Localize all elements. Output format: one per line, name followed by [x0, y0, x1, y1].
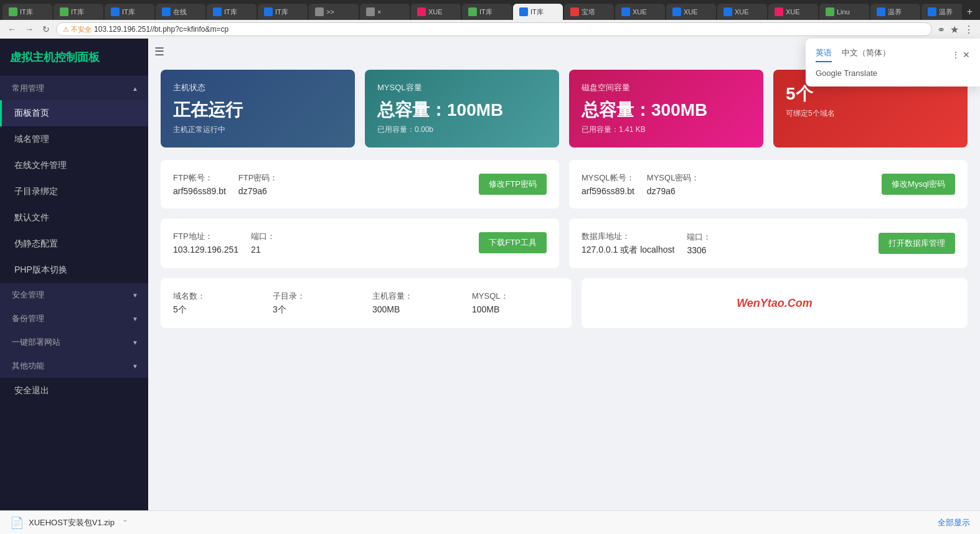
add-tab-button[interactable]: +: [962, 4, 978, 20]
refresh-button[interactable]: ↻: [40, 23, 52, 35]
menu-toggle-button[interactable]: ☰: [154, 45, 164, 59]
tab-label: XUE: [428, 8, 443, 16]
browser-tab[interactable]: IT库: [462, 4, 512, 20]
browser-tab[interactable]: 温养: [921, 4, 962, 20]
tab-favicon: [877, 7, 885, 16]
sidebar-item-域名管理[interactable]: 域名管理: [0, 126, 148, 152]
browser-tab[interactable]: XUE: [411, 4, 461, 20]
db-address-value: 127.0.0.1 或者 localhost: [582, 245, 674, 256]
sidebar-item-子目录绑定[interactable]: 子目录绑定: [0, 179, 148, 205]
sidebar-item-安全退出[interactable]: 安全退出: [0, 378, 148, 404]
tab-label: IT库: [71, 7, 84, 17]
db-address-panel: 数据库地址： 127.0.0.1 或者 localhost 端口： 3306 打…: [569, 218, 968, 268]
download-chevron-icon[interactable]: ⌃: [122, 518, 128, 527]
translate-title: Google Translate: [816, 68, 970, 78]
ftp-address-value: 103.129.196.251: [173, 245, 238, 255]
sidebar-section-label: 备份管理: [12, 313, 44, 324]
mysql-capacity-title: MYSQL容量: [377, 82, 547, 93]
browser-tab[interactable]: XUE: [768, 4, 818, 20]
mysql-password-label: MYSQL密码：: [647, 172, 700, 184]
tab-favicon: [468, 7, 477, 16]
browser-tab[interactable]: IT库: [513, 4, 563, 20]
sidebar-item-在线文件管理[interactable]: 在线文件管理: [0, 152, 148, 179]
show-all-button[interactable]: 全部显示: [938, 517, 970, 528]
browser-tab[interactable]: ×: [360, 4, 410, 20]
translate-tabs[interactable]: 英语 中文（简体）: [816, 47, 890, 62]
translate-tab-english[interactable]: 英语: [816, 47, 832, 62]
tab-label: >>: [326, 8, 334, 16]
browser-tab[interactable]: XUE: [615, 4, 665, 20]
ftp-mysql-row: FTP帐号： arf596ss89.bt FTP密码： dz79a6 修改FTP…: [161, 160, 968, 208]
sidebar-section-备份管理[interactable]: 备份管理▼: [0, 307, 148, 330]
db-port-label: 端口：: [687, 232, 711, 243]
url-text: 103.129.196.251//bt.php?c=kfinfo&m=cp: [94, 25, 229, 34]
sidebar-item-面板首页[interactable]: 面板首页: [0, 100, 148, 126]
browser-tab[interactable]: IT库: [258, 4, 308, 20]
translate-tab-chinese[interactable]: 中文（简体）: [842, 47, 890, 62]
browser-tab[interactable]: XUE: [717, 4, 767, 20]
subdir-stat: 子目录： 3个: [273, 291, 360, 316]
browser-tab[interactable]: IT库: [105, 4, 154, 20]
tab-label: IT库: [224, 7, 237, 17]
domain-count-stat-value: 5个: [173, 304, 260, 316]
tab-favicon: [672, 7, 681, 16]
tab-favicon: [315, 7, 324, 16]
ftp-panel: FTP帐号： arf596ss89.bt FTP密码： dz79a6 修改FTP…: [161, 160, 559, 208]
tab-favicon: [60, 7, 68, 16]
translate-actions: ⋮ ✕: [951, 50, 970, 60]
sidebar-item-label: 在线文件管理: [14, 160, 67, 171]
bottom-stats-panel: 域名数： 5个 子目录： 3个 主机容量： 300MB MYSQL： 100MB: [161, 278, 572, 328]
disk-capacity-card: 磁盘空间容量 总容量：300MB 已用容量：1.41 KB: [569, 70, 763, 148]
translate-more-button[interactable]: ⋮: [951, 50, 960, 60]
forward-button[interactable]: →: [22, 23, 36, 35]
download-file-icon: 📄: [10, 516, 24, 530]
ftp-port-label: 端口：: [251, 231, 275, 242]
mysql-panel: MYSQL帐号： arf596ss89.bt MYSQL密码： dz79a6 修…: [569, 160, 968, 208]
sidebar-item-PHP版本切换[interactable]: PHP版本切换: [0, 257, 148, 283]
browser-tab[interactable]: 在线: [156, 4, 205, 20]
sidebar-section-安全管理[interactable]: 安全管理▼: [0, 283, 148, 307]
db-port-value: 3306: [687, 245, 711, 255]
profile-button[interactable]: ⚭: [936, 22, 946, 37]
address-bar[interactable]: ⚠ 不安全 103.129.196.251//bt.php?c=kfinfo&m…: [56, 22, 932, 36]
sidebar-section-常用管理[interactable]: 常用管理▲: [0, 77, 148, 100]
browser-tab[interactable]: Linu: [819, 4, 869, 20]
back-button[interactable]: ←: [5, 23, 19, 35]
branding-text: WenYtao.Com: [724, 284, 825, 322]
sidebar-section-label: 安全管理: [12, 289, 44, 301]
mysql-capacity-card: MYSQL容量 总容量：100MB 已用容量：0.00b: [365, 70, 559, 148]
tab-label: 宝塔: [582, 7, 595, 17]
ftp-password-value: dz79a6: [238, 186, 278, 196]
tab-favicon: [213, 7, 222, 16]
star-button[interactable]: ★: [949, 22, 960, 37]
browser-tab[interactable]: 宝塔: [564, 4, 614, 20]
ftp-address-panel: FTP地址： 103.129.196.251 端口： 21 下载FTP工具: [161, 218, 559, 268]
browser-tab[interactable]: >>: [309, 4, 359, 20]
disk-capacity-value: 总容量：300MB: [582, 98, 751, 122]
open-db-button[interactable]: 打开数据库管理: [879, 233, 955, 254]
app-layout: 虚拟主机控制面板 常用管理▲面板首页域名管理在线文件管理子目录绑定默认文件伪静态…: [0, 39, 980, 534]
sidebar-item-伪静态配置[interactable]: 伪静态配置: [0, 231, 148, 257]
download-ftp-button[interactable]: 下载FTP工具: [479, 232, 547, 253]
browser-tab[interactable]: XUE: [666, 4, 716, 20]
db-address-label: 数据库地址：: [582, 231, 674, 242]
menu-button[interactable]: ⋮: [963, 22, 975, 37]
tab-favicon: [621, 7, 630, 16]
browser-tab[interactable]: IT库: [2, 4, 52, 20]
browser-tab[interactable]: 温养: [870, 4, 920, 20]
browser-tab[interactable]: IT库: [207, 4, 257, 20]
download-filename: XUEHOST安装包V1.zip: [29, 517, 115, 528]
browser-tab[interactable]: IT库: [54, 4, 103, 20]
translate-close-button[interactable]: ✕: [963, 50, 970, 60]
sidebar-section-其他功能[interactable]: 其他功能▼: [0, 354, 148, 378]
ftp-account-value: arf596ss89.bt: [173, 186, 226, 196]
tab-favicon: [162, 7, 171, 16]
mysql-change-button[interactable]: 修改Mysql密码: [882, 174, 955, 195]
sidebar-item-默认文件[interactable]: 默认文件: [0, 205, 148, 231]
ftp-change-button[interactable]: 修改FTP密码: [479, 174, 547, 195]
chevron-down-icon: ▼: [132, 292, 138, 299]
branding-panel: WenYtao.Com: [582, 278, 968, 328]
ftp-account-label: FTP帐号：: [173, 172, 226, 184]
mysql-stat-value: 100MB: [472, 304, 559, 314]
sidebar-section-一键部署网站[interactable]: 一键部署网站▼: [0, 330, 148, 354]
